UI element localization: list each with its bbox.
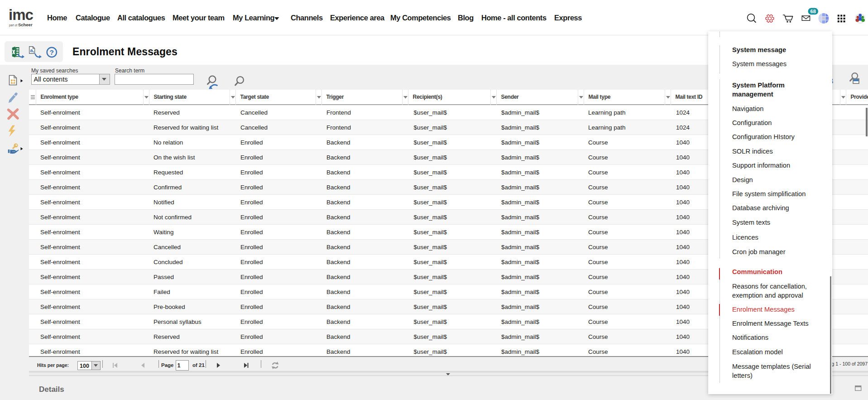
svg-text:a,: a, [30,48,34,53]
svg-text:68: 68 [810,9,816,14]
svg-text:?: ? [50,48,54,56]
